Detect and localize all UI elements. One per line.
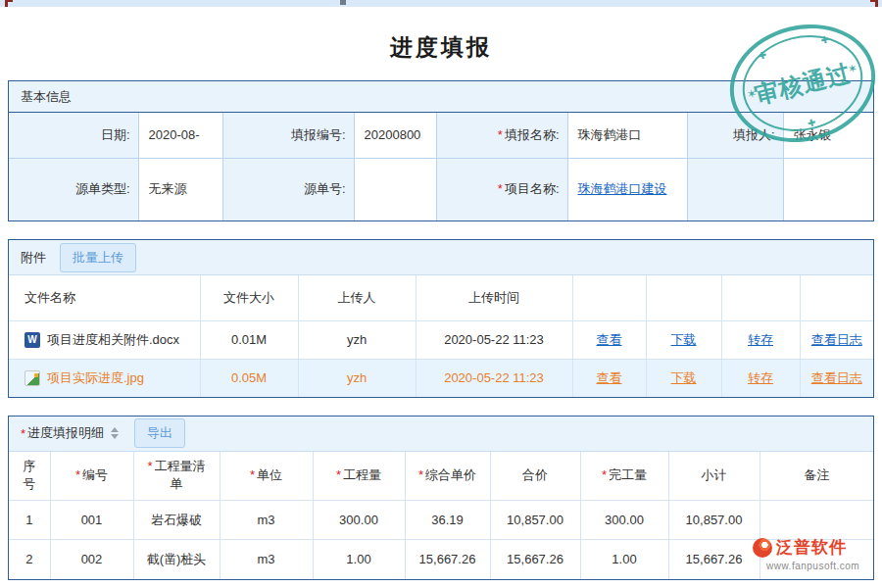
detail-cell: 1.00 [580,540,668,579]
export-button[interactable]: 导出 [134,418,185,448]
project-name-value: 珠海鹤港口建设 [567,158,687,220]
detail-cell [760,501,873,540]
crop-artifact [5,0,13,7]
detail-cell: 15,667.26 [668,540,760,579]
attachments-table: 文件名称 文件大小 上传人 上传时间 W项目进度相关附件.docx0.01Myz… [9,275,873,397]
required-asterisk: * [21,426,25,441]
attachments-title: 附件 [21,249,46,267]
column-header: *完工量 [580,452,668,501]
transfer-link[interactable]: 转存 [748,370,773,385]
view-log-link[interactable]: 查看日志 [811,332,862,347]
file-name: 项目实际进度.jpg [47,369,144,387]
upload-time: 2020-05-22 11:23 [416,320,572,359]
column-header: 备注 [760,452,873,501]
uploader: yzh [298,359,416,397]
crop-artifact [870,0,878,7]
empty-label-cell [687,158,783,220]
image-file-icon [24,370,40,386]
action-cell: 查看 [572,320,646,359]
action-column-header [646,275,721,320]
report-name-label: *填报名称: [436,113,567,158]
transfer-link[interactable]: 转存 [748,332,773,347]
column-header-upload-time: 上传时间 [416,275,572,320]
basic-info-header: 基本信息 [9,81,873,113]
project-name-label: *项目名称: [436,158,567,220]
reporter-label: 填报人: [687,113,783,158]
empty-value-cell [783,158,873,220]
detail-cell: 15,667.26 [405,540,490,579]
download-link[interactable]: 下载 [671,332,697,347]
word-file-icon: W [24,332,40,348]
attachment-row[interactable]: 项目实际进度.jpg0.05Myzh2020-05-22 11:23查看下载转存… [9,359,873,397]
upload-time: 2020-05-22 11:23 [416,359,572,397]
file-name: 项目进度相关附件.docx [47,331,179,349]
file-size: 0.05M [200,359,298,397]
vendor-watermark: 泛普软件 www.fanpusoft.com [753,536,859,571]
column-header-uploader: 上传人 [298,275,416,320]
report-no-value[interactable]: 20200800 [354,113,436,158]
detail-cell: 10,857.00 [490,501,580,540]
required-asterisk: * [498,127,503,142]
detail-cell: 1 [9,501,50,540]
file-size: 0.01M [200,320,298,359]
page-title: 进度填报 [0,7,882,80]
column-header: *综合单价 [405,452,490,501]
basic-info-section: 基本信息 日期: 2020-08- 填报编号: 20200800 *填报名称: … [8,80,874,221]
view-link[interactable]: 查看 [597,332,622,347]
detail-cell: 岩石爆破 [133,501,220,540]
detail-cell: 1.00 [313,540,405,579]
column-header: *工程量清单 [133,452,220,501]
action-cell: 转存 [721,320,800,359]
sort-toggle[interactable] [111,427,119,439]
detail-header: * 进度填报明细 导出 [9,416,873,452]
date-label: 日期: [9,113,138,158]
detail-table: 序号*编号*工程量清单*单位*工程量*综合单价合价*完工量小计备注 1001岩石… [9,452,873,579]
source-type-value[interactable]: 无来源 [138,158,222,220]
action-cell: 下载 [646,320,721,359]
detail-body: 1001岩石爆破m3300.0036.1910,857.00300.0010,8… [9,501,873,579]
reporter-value[interactable]: 张永银 [783,113,873,158]
basic-info-table: 日期: 2020-08- 填报编号: 20200800 *填报名称: 珠海鹤港口… [9,113,873,220]
attachment-row[interactable]: W项目进度相关附件.docx0.01Myzh2020-05-22 11:23查看… [9,320,873,359]
file-name-cell: W项目进度相关附件.docx [9,320,200,359]
detail-header-row: 序号*编号*工程量清单*单位*工程量*综合单价合价*完工量小计备注 [9,452,873,501]
file-name-cell: 项目实际进度.jpg [9,359,200,397]
required-asterisk: * [250,467,255,482]
column-header: 序号 [9,452,50,501]
source-no-label: 源单号: [222,158,354,220]
required-asterisk: * [75,467,80,482]
report-name-value[interactable]: 珠海鹤港口 [567,113,687,158]
required-asterisk: * [418,467,423,482]
project-link[interactable]: 珠海鹤港口建设 [578,181,667,196]
source-type-label: 源单类型: [9,158,138,220]
action-cell: 下载 [646,359,721,397]
detail-cell: 10,857.00 [668,501,760,540]
attachments-header-row: 文件名称 文件大小 上传人 上传时间 [9,275,873,320]
download-link[interactable]: 下载 [671,370,697,385]
crop-artifact [340,0,346,5]
detail-cell: 002 [50,540,133,579]
batch-upload-button[interactable]: 批量上传 [60,243,136,272]
view-log-link[interactable]: 查看日志 [811,370,862,385]
detail-section: * 进度填报明细 导出 序号*编号*工程量清单*单位*工程量*综合单价合价*完工… [8,416,874,580]
attachments-body: W项目进度相关附件.docx0.01Myzh2020-05-22 11:23查看… [9,320,873,397]
source-no-value[interactable] [354,158,436,220]
detail-row[interactable]: 2002截(凿)桩头m31.0015,667.2615,667.261.0015… [9,540,873,579]
attachments-section: 附件 批量上传 文件名称 文件大小 上传人 上传时间 W项目 [8,239,874,398]
report-no-label: 填报编号: [222,113,354,158]
column-header-file-size: 文件大小 [200,275,298,320]
action-column-header [721,275,800,320]
attachments-header: 附件 批量上传 [9,240,873,275]
column-header: *单位 [220,452,313,501]
detail-row[interactable]: 1001岩石爆破m3300.0036.1910,857.00300.0010,8… [9,501,873,540]
action-cell: 转存 [721,359,800,397]
action-column-header [800,275,873,320]
detail-cell: 截(凿)桩头 [133,540,220,579]
date-value[interactable]: 2020-08- [138,113,222,158]
detail-cell: 300.00 [580,501,668,540]
column-header: *编号 [50,452,133,501]
view-link[interactable]: 查看 [597,370,622,385]
column-header: 小计 [668,452,760,501]
detail-cell: 2 [9,540,50,579]
vendor-logo-icon [753,538,772,558]
